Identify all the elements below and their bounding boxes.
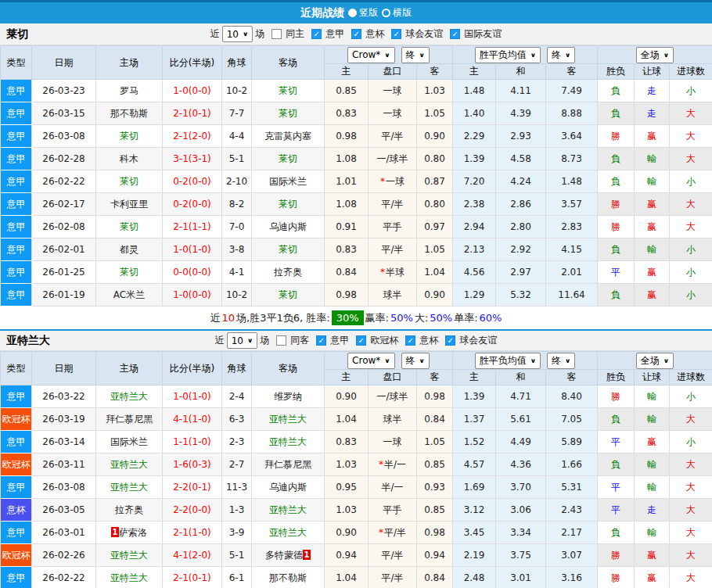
mean-odds-draw: 4.11 xyxy=(496,80,546,102)
fulltime-select[interactable]: 全场∨ xyxy=(636,353,674,369)
final-select[interactable]: 终∨ xyxy=(401,47,430,63)
same-venue-checkbox[interactable] xyxy=(271,29,282,39)
sub-column-header: 主 xyxy=(325,370,369,385)
summary-segment: 50% xyxy=(430,312,452,324)
score-value: 2-2(0-0) xyxy=(173,504,211,515)
league-filter-checkbox[interactable]: ✓ xyxy=(445,335,455,346)
handicap-group-header: Crow*∨终∨ xyxy=(325,46,453,64)
league-filter-checkbox[interactable]: ✓ xyxy=(351,29,361,39)
layout-radio-horizontal[interactable]: 横版 xyxy=(382,6,412,20)
odds-mean-select[interactable]: 胜平负均值∨ xyxy=(475,47,541,63)
mean-odds-draw: 3.34 xyxy=(496,522,546,544)
result-handicap: 輸 xyxy=(635,522,670,544)
select-value: 终 xyxy=(406,48,415,62)
match-count-select[interactable]: 10∨ xyxy=(222,26,254,42)
handicap-group-header: Crow*∨终∨ xyxy=(325,352,453,370)
match-count-select[interactable]: 10∨ xyxy=(227,332,258,349)
handicap-line-text: 一球 xyxy=(383,436,402,447)
away-team: 莱切 xyxy=(252,238,325,261)
final-select[interactable]: 终∨ xyxy=(547,353,575,369)
bookmaker-select[interactable]: Crow*∨ xyxy=(347,353,395,369)
result-goals: 小 xyxy=(670,170,712,193)
score-cell: 0-2(0-0) xyxy=(163,170,222,193)
handicap-line: 平/半 xyxy=(369,544,417,567)
away-team-name: 那不勒斯 xyxy=(269,572,307,583)
chevron-down-icon: ∨ xyxy=(530,357,536,364)
league-filter-checkbox[interactable]: ✓ xyxy=(356,335,366,346)
final-select[interactable]: 终∨ xyxy=(401,353,430,369)
away-team: 亚特兰大 xyxy=(252,499,325,522)
handicap-away-odds: 0.84 xyxy=(417,567,453,588)
select-value: 10 xyxy=(227,29,239,40)
handicap-line: 一/球半 xyxy=(369,385,417,408)
handicap-home-odds: 0.95 xyxy=(325,476,369,499)
sub-column-header: 胜负 xyxy=(598,370,635,385)
sub-column-header: 盘口 xyxy=(369,64,417,80)
home-team-name: 莱切 xyxy=(120,221,138,232)
league-filter-label: 意杯 xyxy=(419,334,438,347)
result-goals: 大 xyxy=(670,499,712,522)
chevron-down-icon: ∨ xyxy=(384,357,390,364)
sub-column-header: 客 xyxy=(417,64,453,80)
home-team: 罗马 xyxy=(96,80,163,102)
column-header: 主场 xyxy=(96,352,163,385)
table-row: 意甲26-02-17卡利亚里0-2(0-0)8-2莱切1.08平/半0.802.… xyxy=(1,193,712,216)
away-team-name: 拉齐奥 xyxy=(274,267,302,278)
league-filter-checkbox[interactable]: ✓ xyxy=(311,29,322,39)
mean-odds-home: 1.69 xyxy=(453,476,496,499)
result-goals: 小 xyxy=(670,261,712,284)
handicap-home-odds: 0.83 xyxy=(325,102,369,125)
final-select[interactable]: 终∨ xyxy=(547,47,575,63)
red-card-icon: 1 xyxy=(111,527,119,537)
mean-odds-home: 1.52 xyxy=(453,431,496,454)
games-label: 场 xyxy=(255,27,264,41)
result-goals: 大 xyxy=(670,544,712,567)
score-value: 1-6(0-3) xyxy=(173,459,211,470)
home-team: 1萨索洛 xyxy=(96,522,163,544)
league-table: 类型日期主场比分(半场)角球客场Crow*∨终∨胜平负均值∨终∨全场∨主盘口客主… xyxy=(0,45,712,307)
column-header: 比分(半场) xyxy=(163,352,222,385)
fulltime-select[interactable]: 全场∨ xyxy=(636,47,674,63)
handicap-line-text: 半/一 xyxy=(384,459,406,470)
home-team-name: 亚特兰大 xyxy=(110,459,148,470)
score-value: 2-1(0-1) xyxy=(173,108,211,119)
result-goals: 小 xyxy=(670,284,712,307)
result-goals: 大 xyxy=(670,193,712,216)
result-goals: 大 xyxy=(670,567,712,588)
corners-cell: 2-4 xyxy=(222,385,252,408)
same-venue-checkbox[interactable] xyxy=(276,335,286,346)
score-cell: 1-0(0-0) xyxy=(163,284,222,307)
league-filter-checkbox[interactable]: ✓ xyxy=(405,335,415,346)
mean-odds-away: 8.73 xyxy=(546,148,598,170)
league-filter-checkbox[interactable]: ✓ xyxy=(391,29,401,39)
odds-mean-select[interactable]: 胜平负均值∨ xyxy=(475,353,541,369)
score-cell: 2-2(0-0) xyxy=(163,499,222,522)
league-filter-checkbox[interactable]: ✓ xyxy=(450,29,460,39)
mean-odds-draw: 4.39 xyxy=(496,102,546,125)
home-team: 亚特兰大 xyxy=(96,476,163,499)
score-value: 1-1(1-0) xyxy=(173,436,211,447)
league-badge: 意甲 xyxy=(1,216,32,238)
bookmaker-select[interactable]: Crow*∨ xyxy=(347,47,395,63)
result-goals: 小 xyxy=(670,80,712,102)
table-row: 意甲26-03-08莱切2-1(2-0)4-4克雷莫内塞0.98平/半0.902… xyxy=(1,125,712,148)
select-value: 胜平负均值 xyxy=(480,354,527,368)
handicap-line-text: 球半 xyxy=(383,289,402,300)
chevron-down-icon: ∨ xyxy=(565,357,570,364)
away-team: 乌迪内斯 xyxy=(252,216,325,238)
league-table: 类型日期主场比分(半场)角球客场Crow*∨终∨胜平负均值∨终∨全场∨主盘口客主… xyxy=(0,351,712,588)
result-goals: 小 xyxy=(670,238,712,261)
near-label: 近 xyxy=(215,334,225,347)
match-date: 26-03-01 xyxy=(32,522,96,544)
league-filter-checkbox[interactable]: ✓ xyxy=(316,335,326,346)
result-winlose: 負 xyxy=(598,408,635,431)
match-date: 26-02-01 xyxy=(32,238,96,261)
summary-segment: 60% xyxy=(480,312,502,324)
result-goals: 小 xyxy=(670,431,712,454)
live-star-icon: * xyxy=(379,459,383,470)
corners-cell: 2-7 xyxy=(222,454,252,476)
league-filter-label: 球会友谊 xyxy=(405,27,443,41)
home-team: 莱切 xyxy=(96,216,163,238)
corners-cell: 2-3 xyxy=(222,431,252,454)
layout-radio-vertical[interactable]: 竖版 xyxy=(348,6,378,20)
